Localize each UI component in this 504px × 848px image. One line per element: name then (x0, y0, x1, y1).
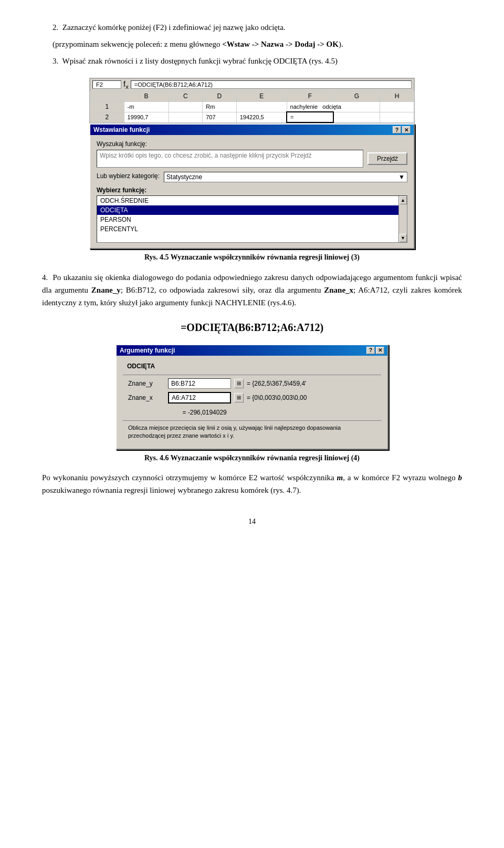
dropdown-arrow: ▼ (398, 173, 405, 181)
row-header-1: 1 (90, 101, 124, 112)
cell-E1 (236, 101, 287, 112)
search-label: Wyszukaj funkcję: (97, 140, 407, 148)
cell-D2: 707 (203, 112, 237, 122)
page-number: 14 (42, 518, 462, 526)
formula-display: =ODCIĘTA(B6:B712;A6:A712) (42, 322, 462, 334)
search-row: Przejdź (97, 150, 407, 168)
arg-row-1: Znane_y ⊞ = {262,5\367,5\459,4' (123, 378, 381, 389)
fig46-title: Argumenty funkcji (120, 347, 175, 354)
formula-bar: F2 fx =ODCIĘTA(B6:B712;A6:A712) (90, 78, 414, 91)
cell-F2: = (287, 112, 333, 122)
arg1-input[interactable] (168, 378, 231, 389)
category-label: Lub wybierz kategorię: (97, 172, 160, 180)
fig46-close-button[interactable]: ✕ (376, 347, 384, 354)
fig45-caption: Rys. 4.5 Wyznaczanie współczynników równ… (42, 252, 462, 263)
cell-E1-nachylenie: nachylenie odcięta (287, 101, 380, 112)
category-select[interactable]: Statystyczne ▼ (164, 172, 407, 182)
arg2-result: = {0\0,003\0,003\0,00 (247, 394, 307, 401)
scroll-up-button[interactable]: ▲ (400, 196, 407, 204)
col-header-D: D (203, 91, 237, 101)
dialog-body: Wyszukaj funkcję: Przejdź Lub wybierz ka… (90, 135, 414, 248)
description-row: Oblicza miejsce przecięcia się linii z o… (123, 420, 381, 443)
row-header-2: 2 (90, 112, 124, 122)
fig46-caption: Rys. 4.6 Wyznaczanie współczynników równ… (42, 453, 462, 463)
function-item-odch[interactable]: ODCH.ŚREDNIE (97, 196, 398, 205)
paragraph-5: Po wykonaniu powyższych czynności otrzym… (42, 471, 462, 497)
formula-bar-icon: fx (123, 80, 129, 90)
cell-C2 (169, 112, 203, 122)
col-header-E: E (236, 91, 287, 101)
list-item-3: (przypominam sekwencję poleceń: z menu g… (42, 38, 462, 50)
fig46-titlebar: Argumenty funkcji ? ✕ (117, 345, 387, 356)
result-equals (128, 409, 181, 416)
spreadsheet-area: F2 fx =ODCIĘTA(B6:B712;A6:A712) B C D E … (89, 78, 415, 123)
cell-H1 (380, 101, 414, 112)
listbox-scrollbar: ▲ ▼ (398, 196, 407, 242)
cell-H2 (380, 112, 414, 122)
list-item-4: 3. Wpisać znak równości i z listy dostęp… (42, 55, 462, 67)
result-value: = -296,0194029 (182, 409, 226, 416)
functions-listbox[interactable]: ODCH.ŚREDNIE ODCIĘTA PEARSON PERCENTYL (97, 196, 398, 242)
search-button[interactable]: Przejdź (368, 152, 407, 165)
desc-text: Oblicza miejsce przecięcia się linii z o… (128, 425, 341, 439)
fig46-caption-text: Rys. 4.6 Wyznaczanie współczynników równ… (144, 454, 360, 462)
figure-45-container: F2 fx =ODCIĘTA(B6:B712;A6:A712) B C D E … (42, 78, 462, 249)
figure-46: Argumenty funkcji ? ✕ ODCIĘTA Znane_y ⊞ … (116, 344, 388, 450)
arg2-name: Znane_x (128, 394, 165, 401)
corner-header (90, 91, 124, 101)
scroll-down-button[interactable]: ▼ (400, 234, 407, 242)
dialog-wstawianie: Wstawianie funkcji ? ✕ Wyszukaj funkcję:… (89, 123, 415, 249)
cell-C1 (169, 101, 203, 112)
dialog-title: Wstawianie funkcji (93, 126, 150, 133)
figure-45: F2 fx =ODCIĘTA(B6:B712;A6:A712) B C D E … (89, 78, 415, 249)
cell-D1: Rm (203, 101, 237, 112)
page-content: 2. Zaznaczyć komórkę poniżej (F2) i zdef… (42, 21, 462, 526)
fig46-titlebar-btns: ? ✕ (366, 347, 384, 354)
divider-1 (123, 375, 381, 375)
col-header-F: F (287, 91, 333, 101)
arg2-refbtn[interactable]: ⊞ (234, 393, 244, 402)
col-header-H: H (380, 91, 414, 101)
figure-46-container: Argumenty funkcji ? ✕ ODCIĘTA Znane_y ⊞ … (42, 344, 462, 450)
fig46-help-button[interactable]: ? (366, 347, 375, 354)
arg-row-2: Znane_x ⊞ = {0\0,003\0,003\0,00 (123, 392, 381, 404)
cell-E2: 194220,5 (236, 112, 287, 122)
close-button[interactable]: ✕ (402, 126, 411, 133)
cell-G2 (333, 112, 380, 122)
titlebar-buttons: ? ✕ (393, 126, 411, 133)
col-header-G: G (333, 91, 380, 101)
dialog-titlebar: Wstawianie funkcji ? ✕ (90, 125, 414, 135)
fig45-caption-text: Rys. 4.5 Wyznaczanie współczynników równ… (144, 253, 360, 261)
formula-content: =ODCIĘTA(B6:B712;A6:A712) (131, 80, 412, 89)
col-header-B: B (124, 91, 169, 101)
cell-B2: 19990,7 (124, 112, 169, 122)
list-item-2: 2. Zaznaczyć komórkę poniżej (F2) i zdef… (42, 21, 462, 34)
arg-section-label: ODCIĘTA (123, 361, 381, 371)
function-item-percentyl[interactable]: PERCENTYL (97, 224, 398, 234)
functions-listbox-wrapper: ODCH.ŚREDNIE ODCIĘTA PEARSON PERCENTYL ▲… (97, 195, 407, 243)
function-item-odcieta[interactable]: ODCIĘTA (97, 205, 398, 215)
arg2-input[interactable] (168, 392, 231, 404)
arg1-name: Znane_y (128, 380, 165, 387)
category-row: Lub wybierz kategorię: Statystyczne ▼ (97, 172, 407, 182)
search-input[interactable] (97, 150, 363, 168)
sheet-table: B C D E F G H 1 -m (90, 91, 414, 123)
cell-ref: F2 (92, 80, 121, 89)
result-row: = -296,0194029 (123, 407, 381, 418)
category-value: Statystyczne (166, 173, 202, 181)
arg1-refbtn[interactable]: ⊞ (234, 379, 244, 388)
function-item-pearson[interactable]: PEARSON (97, 215, 398, 224)
help-button[interactable]: ? (393, 126, 401, 133)
col-header-C: C (169, 91, 203, 101)
paragraph-4: 4. Po ukazaniu się okienka dialogowego d… (42, 271, 462, 309)
fig46-body: ODCIĘTA Znane_y ⊞ = {262,5\367,5\459,4' … (117, 356, 387, 449)
cell-B1: -m (124, 101, 169, 112)
functions-label: Wybierz funkcję: (97, 187, 407, 194)
arg1-result: = {262,5\367,5\459,4' (247, 380, 306, 387)
